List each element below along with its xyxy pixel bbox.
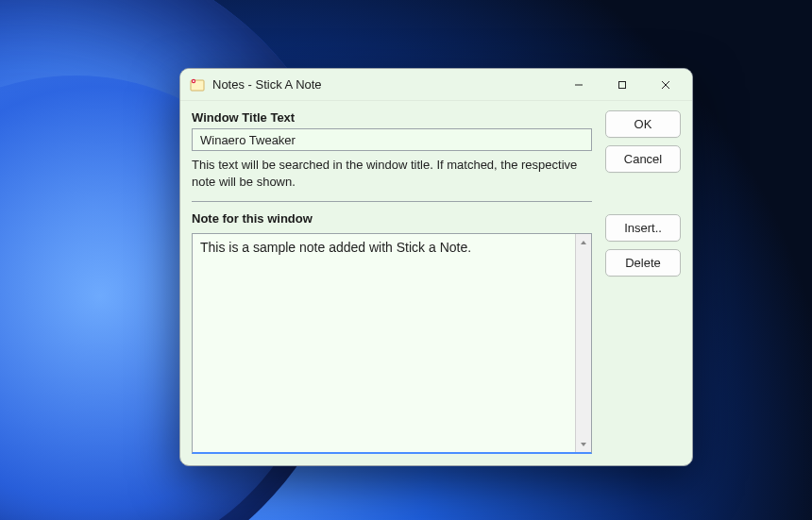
maximize-button[interactable] <box>601 72 643 98</box>
window-title-text-label: Window Title Text <box>192 110 592 125</box>
note-textarea[interactable] <box>193 234 575 452</box>
scroll-up-icon[interactable] <box>576 234 591 250</box>
dialog-window: Notes - Stick A Note Window Title Text T… <box>179 68 693 466</box>
divider <box>192 201 592 202</box>
form-area: Window Title Text This text will be sear… <box>192 110 592 454</box>
cancel-button[interactable]: Cancel <box>605 145 681 173</box>
delete-button[interactable]: Delete <box>605 249 681 277</box>
window-title: Notes - Stick A Note <box>212 77 558 92</box>
app-icon <box>190 77 205 92</box>
svg-point-2 <box>193 80 195 82</box>
window-title-input[interactable] <box>192 128 592 151</box>
vertical-scrollbar[interactable] <box>575 234 591 452</box>
titlebar[interactable]: Notes - Stick A Note <box>180 69 692 101</box>
minimize-button[interactable] <box>558 72 600 98</box>
dialog-client-area: Window Title Text This text will be sear… <box>180 101 692 465</box>
button-column: OK Cancel Insert.. Delete <box>605 110 681 454</box>
insert-button[interactable]: Insert.. <box>605 214 681 242</box>
note-textarea-container <box>192 233 592 454</box>
spacer <box>605 180 681 207</box>
window-title-help-text: This text will be searched in the window… <box>192 157 592 190</box>
ok-button[interactable]: OK <box>605 110 681 138</box>
scroll-down-icon[interactable] <box>576 436 591 452</box>
window-controls <box>558 72 686 98</box>
svg-rect-4 <box>619 81 626 88</box>
close-button[interactable] <box>645 72 686 98</box>
note-label: Note for this window <box>192 211 592 226</box>
